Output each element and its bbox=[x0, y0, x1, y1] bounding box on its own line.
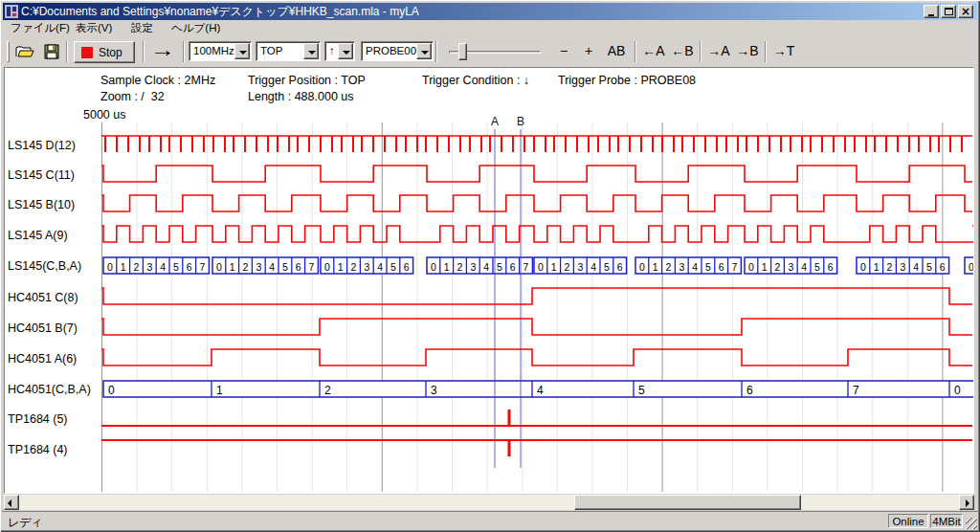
dropdown-arrow[interactable] bbox=[416, 43, 432, 59]
channel-label: HC4051 B(7) bbox=[8, 321, 78, 335]
zoom-in-button[interactable]: + bbox=[577, 41, 600, 62]
channel-label: HC4051(C,B,A) bbox=[8, 383, 91, 396]
signal-path bbox=[101, 195, 972, 211]
bus-value: 6 bbox=[617, 261, 623, 273]
bus-value: 1 bbox=[874, 261, 880, 273]
menu-settings[interactable]: 設定 bbox=[131, 21, 153, 35]
bus-value: 4 bbox=[483, 261, 489, 273]
channel-label: LS145(C,B,A) bbox=[8, 259, 81, 273]
toolbar: Stop → 100MHz TOP ↑ PROBE00 − + AB ←A bbox=[3, 37, 977, 66]
zoom-slider[interactable] bbox=[443, 41, 545, 62]
bus-value: 5 bbox=[604, 261, 610, 273]
channel-label: LS145 D(12) bbox=[8, 139, 76, 152]
bus-value: 3 bbox=[788, 261, 793, 273]
stop-button[interactable]: Stop bbox=[74, 41, 135, 63]
toolbar-grip[interactable] bbox=[7, 41, 10, 62]
bus-value: 5 bbox=[926, 261, 932, 273]
waveform-panel: Sample Clock : 2MHz Zoom : / 32 Trigger … bbox=[4, 67, 974, 494]
bus-value: 7 bbox=[200, 261, 206, 273]
channel-label: HC4051 C(8) bbox=[8, 291, 78, 304]
bus-value: 6 bbox=[296, 261, 301, 273]
status-memory: 4MBit bbox=[930, 514, 963, 528]
waveform-canvas: ABLS145 D(12)LS145 C(11)LS145 B(10)LS145… bbox=[5, 68, 973, 493]
status-ready: レディ bbox=[8, 515, 43, 531]
bus-value: 5 bbox=[814, 261, 820, 273]
signal-path bbox=[101, 319, 972, 335]
open-button[interactable] bbox=[12, 40, 37, 63]
goto-b-right-button[interactable]: →B bbox=[734, 41, 761, 62]
signal-path bbox=[101, 349, 972, 366]
bus-value: 0 bbox=[748, 261, 754, 273]
maximize-button[interactable] bbox=[941, 5, 956, 18]
app-window: C:¥Documents and Settings¥noname¥デスクトップ¥… bbox=[0, 0, 980, 532]
dropdown-arrow[interactable] bbox=[234, 43, 250, 59]
bus-value: 1 bbox=[444, 261, 450, 273]
sample-rate-combo[interactable]: 100MHz bbox=[189, 41, 252, 61]
menu-help[interactable]: ヘルプ(H) bbox=[171, 21, 220, 35]
menu-view[interactable]: 表示(V) bbox=[76, 21, 112, 35]
bus-value: 3 bbox=[256, 261, 261, 273]
bus-value: 2 bbox=[565, 261, 570, 273]
ab-button[interactable]: AB bbox=[602, 41, 631, 62]
bus-value: 0 bbox=[108, 384, 115, 397]
menu-bar: ファイル(F) 表示(V) 設定 ヘルプ(H) bbox=[3, 20, 977, 37]
goto-trigger-button[interactable]: →T bbox=[770, 41, 797, 62]
bus-value: 1 bbox=[762, 261, 768, 273]
menu-file[interactable]: ファイル(F) bbox=[11, 21, 70, 35]
signal-path bbox=[101, 166, 972, 182]
bus-value: 1 bbox=[551, 261, 557, 273]
goto-b-left-button[interactable]: ←B bbox=[669, 41, 696, 62]
scrollbar-thumb[interactable] bbox=[574, 495, 801, 510]
bus-value: 2 bbox=[887, 261, 893, 273]
bus-value: 3 bbox=[431, 384, 437, 397]
bus-value: 0 bbox=[216, 261, 222, 273]
bus-value: 0 bbox=[860, 261, 866, 273]
bus-value: 6 bbox=[719, 261, 724, 273]
status-bar: レディ Online 4MBit bbox=[2, 512, 978, 530]
save-button[interactable] bbox=[39, 40, 64, 63]
dropdown-arrow[interactable] bbox=[338, 43, 353, 59]
bus-value: 6 bbox=[940, 261, 946, 273]
bus-value: 2 bbox=[243, 261, 249, 273]
bus-value: 4 bbox=[269, 261, 275, 273]
bus-value: 4 bbox=[590, 261, 596, 273]
minimize-button[interactable] bbox=[924, 5, 939, 18]
bus-value: 2 bbox=[324, 384, 331, 397]
channel-label: TP1684 (4) bbox=[8, 443, 68, 456]
title-bar: C:¥Documents and Settings¥noname¥デスクトップ¥… bbox=[3, 3, 977, 20]
resize-grip[interactable] bbox=[966, 518, 977, 529]
horizontal-scrollbar[interactable] bbox=[4, 495, 974, 510]
bus-value: 1 bbox=[230, 261, 235, 273]
close-button[interactable]: × bbox=[958, 5, 973, 18]
dropdown-arrow[interactable] bbox=[303, 43, 319, 59]
bus-value: 4 bbox=[537, 384, 544, 397]
bus-value: 4 bbox=[913, 261, 919, 273]
slider-handle[interactable] bbox=[458, 43, 467, 60]
zoom-out-button[interactable]: − bbox=[552, 41, 575, 62]
goto-a-left-button[interactable]: ←A bbox=[640, 41, 667, 62]
status-online: Online bbox=[888, 514, 928, 528]
bus-value: 2 bbox=[457, 261, 463, 273]
channel-label: LS145 A(9) bbox=[8, 229, 68, 242]
bus-value: 0 bbox=[324, 261, 330, 273]
goto-a-right-button[interactable]: →A bbox=[705, 41, 732, 62]
scroll-right-button[interactable] bbox=[959, 495, 974, 510]
stop-icon bbox=[81, 47, 93, 58]
channel-label: TP1684 (5) bbox=[8, 412, 68, 426]
trigger-probe-combo[interactable]: PROBE00 bbox=[361, 41, 434, 61]
signal-path bbox=[101, 288, 972, 304]
bus-value: 4 bbox=[692, 261, 698, 273]
scroll-left-button[interactable] bbox=[4, 495, 19, 510]
window-title: C:¥Documents and Settings¥noname¥デスクトップ¥… bbox=[21, 4, 419, 20]
bus-value: 7 bbox=[853, 384, 859, 397]
bus-value: 5 bbox=[497, 261, 502, 273]
signal-path bbox=[101, 226, 973, 242]
trigger-edge-combo[interactable]: ↑ bbox=[324, 41, 355, 61]
bus-value: 0 bbox=[431, 261, 436, 273]
bus-value: 3 bbox=[679, 261, 684, 273]
run-button[interactable]: → bbox=[142, 41, 184, 62]
bus-value: 6 bbox=[510, 261, 516, 273]
bus-value: 4 bbox=[160, 261, 166, 273]
trigger-position-combo[interactable]: TOP bbox=[256, 41, 321, 61]
channel-label: HC4051 A(6) bbox=[8, 352, 77, 366]
